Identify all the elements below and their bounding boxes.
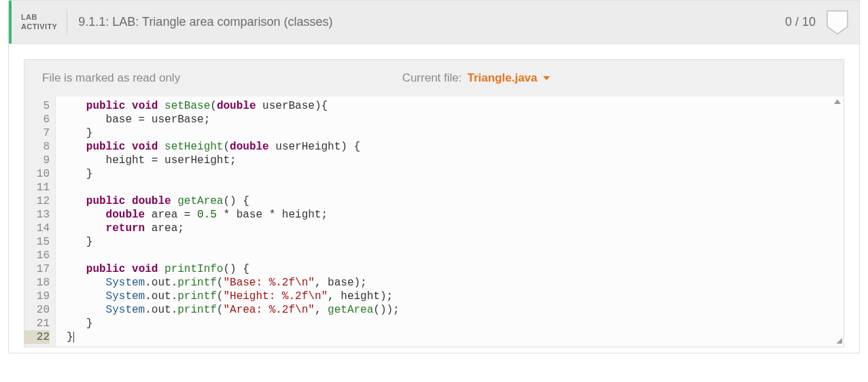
lab-badge-text: LAB ACTIVITY: [12, 13, 67, 32]
code-line[interactable]: public double getArea() {: [67, 194, 844, 208]
line-number: 15: [24, 235, 50, 249]
line-number-gutter: 5678910111213141516171819202122: [24, 97, 56, 347]
code-line[interactable]: System.out.printf("Height: %.2f\n", heig…: [67, 290, 844, 303]
scroll-up-icon[interactable]: [834, 99, 841, 104]
line-number: 10: [24, 167, 50, 181]
code-line[interactable]: System.out.printf("Base: %.2f\n", base);: [67, 276, 844, 290]
lab-header: LAB ACTIVITY 9.1.1: LAB: Triangle area c…: [9, 1, 859, 44]
line-number: 11: [24, 181, 50, 194]
line-number: 14: [24, 222, 50, 235]
lab-title: 9.1.1: LAB: Triangle area comparison (cl…: [67, 15, 785, 29]
score-shield-icon: [827, 10, 848, 35]
resize-grip-icon[interactable]: ◢: [833, 336, 842, 345]
line-number: 5: [24, 99, 50, 113]
code-content[interactable]: public void setBase(double userBase){ ba…: [56, 97, 844, 347]
code-line[interactable]: System.out.printf("Area: %.2f\n", getAre…: [67, 303, 844, 317]
lab-badge-line1: LAB: [21, 13, 57, 22]
line-number: 6: [24, 113, 50, 126]
code-area[interactable]: 5678910111213141516171819202122 public v…: [24, 97, 844, 347]
code-line[interactable]: }: [67, 330, 844, 344]
readonly-message: File is marked as read only: [42, 71, 180, 85]
code-line[interactable]: double area = 0.5 * base * height;: [67, 208, 844, 222]
line-number: 7: [24, 126, 50, 140]
line-number: 22: [24, 330, 50, 344]
code-line[interactable]: public void setHeight(double userHeight)…: [67, 140, 844, 154]
current-file-name-text: Triangle.java: [468, 71, 538, 85]
code-line[interactable]: }: [67, 235, 844, 249]
code-line[interactable]: public void printInfo() {: [67, 262, 844, 276]
code-line[interactable]: return area;: [67, 222, 844, 235]
line-number: 8: [24, 140, 50, 154]
line-number: 17: [24, 262, 50, 276]
line-number: 19: [24, 290, 50, 303]
lab-badge-line2: ACTIVITY: [21, 22, 57, 32]
line-number: 16: [24, 249, 50, 262]
code-line[interactable]: [67, 181, 844, 194]
lab-score: 0 / 10: [785, 15, 821, 29]
current-file-label: Current file:: [402, 71, 462, 85]
current-file-selector[interactable]: Current file: Triangle.java: [402, 71, 550, 85]
code-line[interactable]: }: [67, 317, 844, 330]
line-number: 21: [24, 317, 50, 330]
lab-badge: LAB ACTIVITY: [9, 1, 67, 44]
current-file-name[interactable]: Triangle.java: [468, 71, 550, 85]
line-number: 13: [24, 208, 50, 222]
line-number: 9: [24, 154, 50, 167]
lab-activity-panel: LAB ACTIVITY 9.1.1: LAB: Triangle area c…: [8, 0, 860, 353]
code-line[interactable]: [67, 249, 844, 262]
code-line[interactable]: public void setBase(double userBase){: [67, 99, 844, 113]
editor-infobar: File is marked as read only Current file…: [24, 60, 844, 97]
code-line[interactable]: }: [67, 167, 844, 181]
caret-down-icon: [543, 76, 550, 80]
code-line[interactable]: }: [67, 126, 844, 140]
line-number: 18: [24, 276, 50, 290]
code-line[interactable]: height = userHeight;: [67, 154, 844, 167]
code-editor: File is marked as read only Current file…: [24, 59, 844, 347]
line-number: 20: [24, 303, 50, 317]
line-number: 12: [24, 194, 50, 208]
code-line[interactable]: base = userBase;: [67, 113, 844, 126]
